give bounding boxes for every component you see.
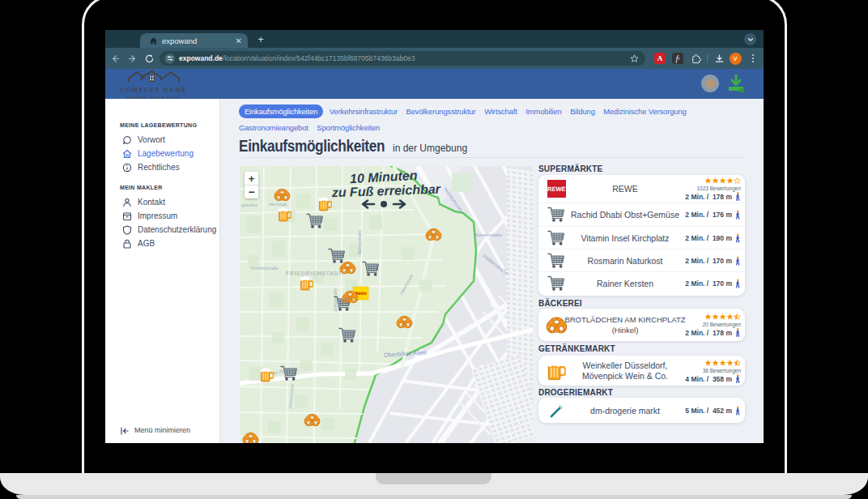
svg-text:FRIEDRICHSTADT: FRIEDRICHSTADT xyxy=(286,271,343,276)
svg-text:Herzogs: Herzogs xyxy=(269,202,287,207)
svg-text:Bunsenstraße: Bunsenstraße xyxy=(474,232,502,237)
svg-text:Kirchfeldstraße: Kirchfeldstraße xyxy=(251,266,279,271)
svg-text:gstraße: gstraße xyxy=(241,203,258,207)
svg-text:Zethusstraße: Zethusstraße xyxy=(333,288,338,312)
svg-text:Mintropstraße: Mintropstraße xyxy=(357,230,362,255)
